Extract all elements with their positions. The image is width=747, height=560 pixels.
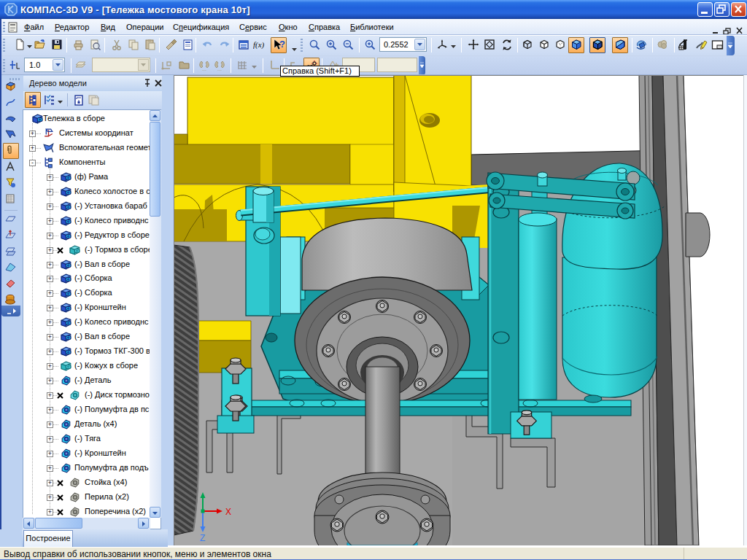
svg-text:f(x): f(x) — [253, 40, 265, 50]
svg-text:...: ... — [217, 66, 222, 71]
svg-text:...: ... — [202, 66, 206, 71]
svg-text:X: X — [225, 507, 231, 517]
svg-text:Z: Z — [200, 533, 205, 543]
svg-text:?: ? — [279, 39, 285, 50]
